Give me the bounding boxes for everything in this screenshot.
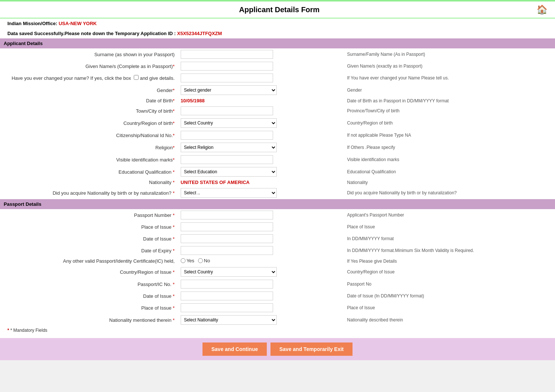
religion-select[interactable]: Select Religion	[181, 143, 277, 152]
radio-yes-label[interactable]: Yes	[181, 258, 194, 263]
country-birth-select[interactable]: Select Country	[181, 118, 277, 128]
gender-hint: Gender	[344, 84, 555, 96]
country-issue-select[interactable]: Select Country	[181, 267, 277, 277]
nat-therein-select[interactable]: Select Nationality	[181, 315, 277, 325]
religion-label: Religion*	[0, 141, 178, 154]
dob-hint: Date of Birth as in Passport in DD/MM/YY…	[344, 96, 555, 105]
passport-ic-cell	[178, 278, 344, 290]
nationality-value-cell: UNITED STATES OF AMERICA	[178, 178, 344, 187]
country-birth-hint: Country/Region of birth	[344, 117, 555, 129]
citizenship-input[interactable]	[181, 131, 273, 140]
date-expiry-hint: In DD/MM/YYYY format.Minimum Six Month V…	[344, 245, 555, 256]
date-expiry-cell	[178, 245, 344, 256]
religion-select-cell: Select Religion	[178, 141, 344, 154]
country-issue-select-cell: Select Country	[178, 266, 344, 278]
table-row: Nationality mentioned therein * Select N…	[0, 314, 555, 326]
home-icon[interactable]: 🏠	[537, 4, 548, 15]
date-expiry-label: Date of Expiry *	[0, 245, 178, 256]
mission-value: USA-NEW YORK	[59, 21, 97, 26]
footer-bar: Save and Continue Save and Temporarily E…	[0, 338, 555, 360]
country-birth-select-cell: Select Country	[178, 117, 344, 129]
passport-number-input[interactable]	[181, 211, 273, 219]
place-issue-input[interactable]	[181, 222, 273, 231]
towncity-input-cell	[178, 105, 344, 117]
place-issue2-input[interactable]	[181, 303, 273, 312]
education-select-cell: Select Education	[178, 166, 344, 178]
table-row: Given Name/s (Complete as in Passport)* …	[0, 60, 555, 72]
table-row: Place of Issue * Place of Issue	[0, 221, 555, 233]
surname-input-cell	[178, 48, 344, 60]
education-label: Educational Qualification *	[0, 166, 178, 178]
acquire-nationality-select[interactable]: Select .. By Birth By Naturalization	[181, 188, 277, 198]
table-row: Nationality * UNITED STATES OF AMERICA N…	[0, 178, 555, 187]
dob-label: Date of Birth*	[0, 96, 178, 105]
date-issue-input[interactable]	[181, 234, 273, 243]
education-select[interactable]: Select Education	[181, 167, 277, 177]
applicant-details-table: Surname (as shown in your Passport) Surn…	[0, 48, 555, 199]
towncity-input[interactable]	[181, 106, 273, 115]
givenname-hint: Given Name/s (exactly as in Passport)	[344, 60, 555, 72]
vismarks-label: Visible identification marks*	[0, 154, 178, 166]
citizenship-input-cell	[178, 129, 344, 141]
passport-number-label: Passport Number *	[0, 209, 178, 221]
vismarks-input[interactable]	[181, 155, 273, 164]
date-issue-cell	[178, 233, 344, 245]
place-issue-hint: Place of Issue	[344, 221, 555, 233]
nat-therein-select-cell: Select Nationality	[178, 314, 344, 326]
namechange-label: Have you ever changed your name? If yes,…	[0, 72, 178, 84]
date-issue2-label: Date of Issue *	[0, 290, 178, 302]
table-row: Date of Birth* 10/05/1988 Date of Birth …	[0, 96, 555, 105]
gender-label: Gender*	[0, 84, 178, 96]
acquire-nationality-select-cell: Select .. By Birth By Naturalization	[178, 187, 344, 199]
application-id: X5X52344JTFQXZM	[177, 31, 222, 36]
table-row: Educational Qualification * Select Educa…	[0, 166, 555, 178]
towncity-hint: Province/Town/City of birth	[344, 105, 555, 117]
passport-ic-input[interactable]	[181, 280, 273, 289]
passport-number-cell	[178, 209, 344, 221]
table-row: Any other valid Passport/Identity Certif…	[0, 256, 555, 266]
passport-ic-hint: Passport No	[344, 278, 555, 290]
surname-input[interactable]	[181, 50, 273, 59]
table-row: Country/Region of Issue * Select Country…	[0, 266, 555, 278]
mission-label: Indian Mission/Office:	[7, 21, 57, 26]
citizenship-hint: If not applicable Please Type NA	[344, 129, 555, 141]
radio-yes[interactable]	[181, 258, 185, 263]
givenname-label: Given Name/s (Complete as in Passport)*	[0, 60, 178, 72]
gender-select[interactable]: Select gender Male Female Other	[181, 85, 277, 95]
mandatory-note: * * Mandatory Fields	[0, 326, 555, 334]
dob-value-cell: 10/05/1988	[178, 96, 344, 105]
page-title: Applicant Details Form	[22, 6, 537, 14]
save-continue-button[interactable]: Save and Continue	[202, 342, 267, 356]
date-issue2-input[interactable]	[181, 292, 273, 300]
givenname-input[interactable]	[181, 62, 273, 71]
citizenship-label: Citizenship/National Id No.*	[0, 129, 178, 141]
other-passport-hint: If Yes Please give Details	[344, 256, 555, 266]
table-row: Passport/IC No. * Passport No	[0, 278, 555, 290]
place-issue-cell	[178, 221, 344, 233]
education-hint: Educational Qualification	[344, 166, 555, 178]
table-row: Passport Number * Applicant's Passport N…	[0, 209, 555, 221]
country-issue-label: Country/Region of Issue *	[0, 266, 178, 278]
passport-number-hint: Applicant's Passport Number	[344, 209, 555, 221]
nationality-label: Nationality *	[0, 178, 178, 187]
date-issue-hint: In DD/MM/YYYY format	[344, 233, 555, 245]
givenname-input-cell	[178, 60, 344, 72]
table-row: Country/Region of birth* Select Country …	[0, 117, 555, 129]
radio-no[interactable]	[198, 258, 203, 263]
namechange-input[interactable]	[181, 74, 273, 82]
radio-no-label[interactable]: No	[198, 258, 210, 263]
gender-select-cell: Select gender Male Female Other	[178, 84, 344, 96]
towncity-label: Town/City of birth*	[0, 105, 178, 117]
nat-therein-label: Nationality mentioned therein *	[0, 314, 178, 326]
country-birth-label: Country/Region of birth*	[0, 117, 178, 129]
acquire-nationality-hint: Did you acquire Nationality by birth or …	[344, 187, 555, 199]
save-exit-button[interactable]: Save and Temporarily Exit	[270, 342, 353, 356]
table-row: Citizenship/National Id No.* If not appl…	[0, 129, 555, 141]
other-passport-label: Any other valid Passport/Identity Certif…	[0, 256, 178, 266]
passport-details-table: Passport Number * Applicant's Passport N…	[0, 209, 555, 326]
date-expiry-input[interactable]	[181, 246, 273, 255]
nat-therein-hint: Nationality described therein	[344, 314, 555, 326]
namechange-checkbox[interactable]	[134, 75, 139, 80]
table-row: Have you ever changed your name? If yes,…	[0, 72, 555, 84]
passport-section-header: Passport Details	[0, 199, 555, 209]
